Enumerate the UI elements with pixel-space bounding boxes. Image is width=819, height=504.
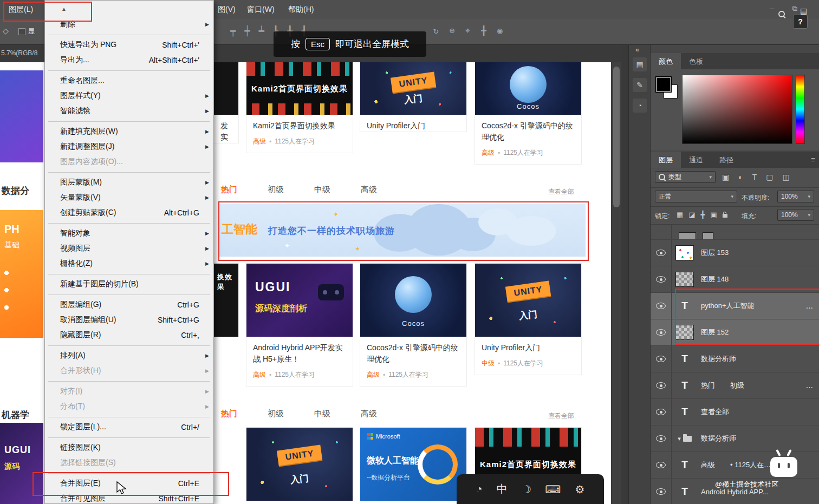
lock-artboard-icon[interactable]: ▣ bbox=[710, 211, 717, 219]
group-expand-caret[interactable]: ▾ bbox=[678, 435, 681, 442]
visibility-eye-icon[interactable] bbox=[656, 488, 666, 495]
menu-item[interactable]: 重命名图层... bbox=[45, 73, 213, 88]
tab-3[interactable]: 高级 bbox=[361, 185, 377, 195]
menu-item[interactable]: 视频图层▶ bbox=[45, 241, 213, 256]
course-card[interactable]: UNITY入门Unity Profiler入门 bbox=[360, 62, 466, 132]
menubar-item[interactable]: 图(V) bbox=[216, 0, 238, 19]
visibility-cell[interactable] bbox=[651, 293, 672, 319]
punctuation-icon[interactable]: ☽ bbox=[522, 483, 531, 496]
layer-row[interactable]: T热门初级... bbox=[651, 372, 819, 399]
course-card[interactable]: CocosCocos2d-x 引擎源码中的纹理优化高级•1125人在学习 bbox=[475, 62, 581, 164]
lock-pixels-icon[interactable]: ◪ bbox=[688, 211, 695, 219]
menu-item[interactable]: 导出为...Alt+Shift+Ctrl+' bbox=[45, 53, 213, 68]
menu-item[interactable]: 合并图层(E)Ctrl+E bbox=[45, 476, 213, 491]
menu-item[interactable]: 图层编组(G)Ctrl+G bbox=[45, 297, 213, 312]
restore-icon[interactable]: ⧉ bbox=[792, 4, 797, 13]
tab-layers[interactable]: 图层 bbox=[651, 152, 681, 168]
tab-2[interactable]: 中级 bbox=[314, 409, 330, 419]
panel-menu-icon[interactable]: ≡ bbox=[811, 155, 815, 164]
menu-item[interactable]: 锁定图层(L)...Ctrl+/ bbox=[45, 420, 213, 435]
info-panel-icon[interactable]: ◔ bbox=[633, 99, 647, 113]
pan-3d-icon[interactable]: ⌖ bbox=[465, 25, 470, 36]
menu-item[interactable]: 排列(A)▶ bbox=[45, 348, 213, 363]
chinese-input-icon[interactable]: 中 bbox=[497, 482, 508, 496]
visibility-cell[interactable] bbox=[651, 319, 672, 345]
hue-slider[interactable] bbox=[796, 75, 805, 144]
arrange-panels-icon[interactable]: ▤ bbox=[800, 6, 807, 15]
tab-0[interactable]: 热门 bbox=[221, 409, 237, 419]
tab-swatches[interactable]: 色板 bbox=[681, 53, 711, 69]
visibility-cell[interactable] bbox=[651, 452, 672, 478]
visibility-cell[interactable] bbox=[651, 266, 672, 292]
visibility-cell[interactable] bbox=[651, 479, 672, 504]
ai-banner[interactable]: 工智能 打造您不一样的技术职场旅游 bbox=[219, 204, 586, 257]
help-button[interactable]: ? bbox=[793, 15, 808, 29]
shape-filter-icon[interactable]: ▢ bbox=[766, 173, 773, 181]
roll-3d-icon[interactable]: ⊕ bbox=[450, 25, 455, 36]
visibility-eye-icon[interactable] bbox=[656, 329, 666, 336]
visibility-eye-icon[interactable] bbox=[656, 409, 666, 415]
foreground-background-swatches[interactable] bbox=[656, 77, 680, 101]
menu-item[interactable]: 合并可见图层Shift+Ctrl+E bbox=[45, 491, 213, 504]
settings-gear-icon[interactable]: ⚙ bbox=[575, 483, 584, 496]
menu-scroll-up[interactable]: ▲ bbox=[45, 1, 213, 17]
properties-panel-icon[interactable]: ✎ bbox=[633, 78, 647, 92]
menu-item[interactable]: 智能对象▶ bbox=[45, 226, 213, 241]
adjustment-filter-icon[interactable]: ◐ bbox=[738, 173, 743, 181]
menu-item[interactable]: 快速导出为 PNGShift+Ctrl+' bbox=[45, 37, 213, 53]
lock-transparency-icon[interactable]: ▦ bbox=[677, 211, 683, 219]
camera-icon[interactable]: ◉ bbox=[497, 25, 503, 36]
course-card[interactable]: Kami2首页界面切换效果Kami2首页界面切换效果高级•1125人在学习 bbox=[246, 62, 353, 153]
visibility-eye-icon[interactable] bbox=[656, 435, 666, 442]
tab-channels[interactable]: 通道 bbox=[681, 152, 711, 168]
menu-item[interactable]: 链接图层(K) bbox=[45, 440, 213, 455]
menubar-item[interactable]: 图层(L) bbox=[6, 0, 35, 19]
course-card[interactable]: UGUI源码深度剖析Android Hybrid APP开发实战 H5+原生！高… bbox=[246, 264, 353, 386]
tab-color[interactable]: 颜色 bbox=[651, 53, 681, 69]
course-card[interactable]: CocosCocos2d-x 引擎源码中的纹理优化高级•1125人在学习 bbox=[360, 264, 466, 386]
layer-filter-kind-dropdown[interactable]: 类型 ▾ bbox=[655, 171, 716, 183]
history-panel-icon[interactable]: ▤ bbox=[633, 57, 647, 71]
saturation-brightness-field[interactable] bbox=[682, 75, 792, 144]
lock-position-icon[interactable]: ╋ bbox=[701, 211, 705, 219]
page-scrollbar[interactable] bbox=[612, 62, 621, 504]
course-card[interactable]: UNITY入门 bbox=[246, 428, 353, 501]
align-bottom-icon[interactable]: ┷ bbox=[259, 25, 264, 36]
menu-item[interactable]: 新建填充图层(W)▶ bbox=[45, 124, 213, 139]
course-card[interactable]: 换效果 bbox=[214, 264, 238, 337]
layer-row[interactable]: ▾数据分析师 bbox=[651, 426, 819, 452]
search-icon[interactable] bbox=[778, 10, 785, 19]
view-all-link[interactable]: 查看全部 bbox=[548, 411, 574, 421]
visibility-cell[interactable] bbox=[651, 372, 672, 398]
keyboard-icon[interactable]: ⌨ bbox=[545, 483, 561, 496]
visibility-eye-icon[interactable] bbox=[656, 356, 666, 362]
language-wheel-icon[interactable]: ◔ bbox=[476, 483, 483, 495]
menu-item[interactable]: 删除▶ bbox=[45, 17, 213, 32]
visibility-eye-icon[interactable] bbox=[656, 303, 666, 309]
layer-row[interactable]: T查看全部 bbox=[651, 399, 819, 426]
lock-all-icon[interactable] bbox=[723, 214, 727, 218]
tab-0[interactable]: 热门 bbox=[221, 185, 237, 195]
tab-3[interactable]: 高级 bbox=[361, 409, 377, 419]
tab-1[interactable]: 初级 bbox=[268, 185, 284, 195]
scrollbar-thumb[interactable] bbox=[613, 67, 620, 207]
align-top-icon[interactable]: ┯ bbox=[230, 25, 236, 36]
expand-panels-icon[interactable]: « bbox=[635, 45, 639, 54]
layer-row[interactable]: T数据分析师 bbox=[651, 346, 819, 372]
menu-item[interactable]: 图层蒙版(M)▶ bbox=[45, 175, 213, 190]
menu-item[interactable]: 智能滤镜▶ bbox=[45, 103, 213, 119]
menubar-item[interactable]: 帮助(H) bbox=[286, 0, 316, 19]
type-filter-icon[interactable]: T bbox=[752, 173, 757, 181]
layer-row[interactable]: 图层 152 bbox=[651, 319, 819, 346]
course-card[interactable]: UNITY入门Unity Profiler入门中级•1125人在学习 bbox=[475, 264, 581, 375]
view-all-link[interactable]: 查看全部 bbox=[548, 187, 574, 197]
visibility-eye-icon[interactable] bbox=[656, 462, 666, 468]
opacity-dropdown[interactable]: 100% ▾ bbox=[777, 191, 814, 202]
visibility-eye-icon[interactable] bbox=[656, 250, 666, 256]
tab-2[interactable]: 中级 bbox=[314, 185, 330, 195]
pixel-filter-icon[interactable]: ▣ bbox=[722, 173, 729, 181]
layer-row[interactable]: Tpython+人工智能... bbox=[651, 293, 819, 319]
foreground-color-swatch[interactable] bbox=[656, 77, 671, 92]
slide-3d-icon[interactable]: ╋ bbox=[481, 25, 486, 36]
visibility-eye-icon[interactable] bbox=[656, 276, 666, 283]
